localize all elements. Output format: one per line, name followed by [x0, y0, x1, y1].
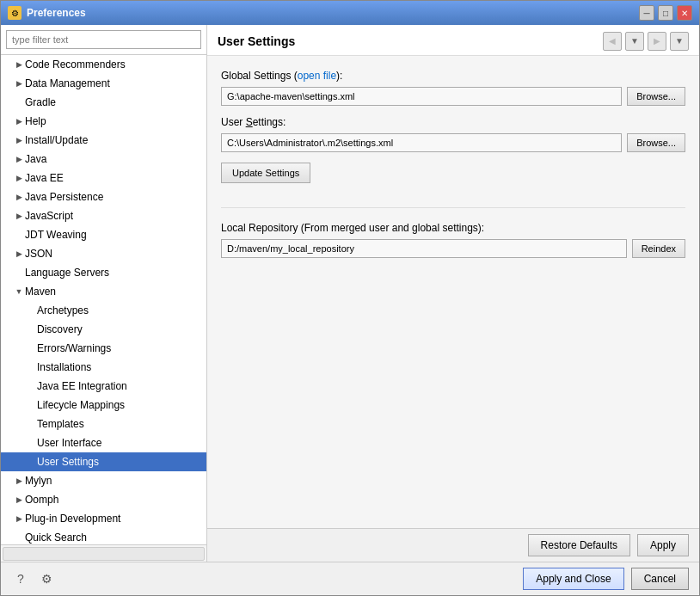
tree-item-label: User Interface — [37, 435, 101, 451]
expand-icon: ▶ — [15, 492, 23, 507]
forward-dropdown-button[interactable]: ▼ — [670, 32, 689, 51]
expand-icon: ▶ — [15, 208, 23, 224]
minimize-button[interactable]: ─ — [639, 5, 654, 21]
tree-item-errors-warnings[interactable]: Errors/Warnings — [1, 339, 206, 358]
expand-icon: ▶ — [15, 170, 23, 186]
filter-input[interactable] — [6, 30, 201, 49]
maximize-button[interactable]: □ — [658, 5, 673, 21]
tree-item-label: Code Recommenders — [25, 57, 126, 72]
content-area: Global Settings (open file): Browse... U… — [207, 56, 699, 528]
tree-item-mylyn[interactable]: ▶ Mylyn — [1, 471, 206, 490]
footer-left: ? ⚙ — [11, 569, 56, 588]
tree-item-label: Language Servers — [25, 265, 109, 280]
tree-item-quick-search[interactable]: Quick Search — [1, 528, 206, 544]
content-title: User Settings — [218, 34, 295, 48]
tree-item-templates[interactable]: Templates — [1, 415, 206, 433]
action-bar: Restore Defaults Apply — [207, 528, 699, 562]
tree-item-discovery[interactable]: Discovery — [1, 320, 206, 339]
expand-icon: ▶ — [15, 151, 23, 167]
tree-item-maven[interactable]: ▼ Maven — [1, 282, 206, 301]
tree-item-label: Install/Update — [25, 132, 88, 148]
window-icon: ⚙ — [8, 6, 21, 20]
close-button[interactable]: ✕ — [677, 5, 692, 21]
tree-item-label: JavaScript — [25, 208, 73, 224]
tree-item-plug-in-development[interactable]: ▶ Plug-in Development — [1, 509, 206, 528]
tree-item-jdt-weaving[interactable]: JDT Weaving — [1, 225, 206, 244]
expand-icon: ▼ — [15, 284, 23, 299]
expand-icon: ▶ — [15, 246, 23, 261]
tree-item-installations[interactable]: Installations — [1, 358, 206, 377]
apply-button[interactable]: Apply — [637, 534, 689, 556]
tree-item-java[interactable]: ▶ Java — [1, 150, 206, 169]
reindex-button[interactable]: Reindex — [632, 239, 685, 258]
tree-item-label: Lifecycle Mappings — [37, 397, 125, 413]
horizontal-scrollbar[interactable] — [3, 547, 205, 561]
tree-item-java-persistence[interactable]: ▶ Java Persistence — [1, 187, 206, 206]
tree-item-label: Java EE Integration — [37, 378, 127, 394]
expand-icon: ▶ — [15, 132, 23, 148]
apply-close-button[interactable]: Apply and Close — [523, 568, 623, 590]
update-settings-button[interactable]: Update Settings — [221, 163, 310, 183]
user-settings-label: User Settings: — [221, 116, 685, 128]
tree-item-label: Quick Search — [25, 530, 87, 544]
tree-item-label: JSON — [25, 246, 52, 261]
global-browse-button[interactable]: Browse... — [627, 87, 685, 106]
tree-item-java-ee[interactable]: ▶ Java EE — [1, 169, 206, 187]
tree-item-javascript[interactable]: ▶ JavaScript — [1, 206, 206, 225]
tree-item-code-recommenders[interactable]: ▶ Code Recommenders — [1, 55, 206, 74]
user-browse-button[interactable]: Browse... — [627, 133, 685, 152]
global-settings-input[interactable] — [221, 87, 622, 106]
help-button[interactable]: ? — [11, 569, 30, 588]
tree-item-archetypes[interactable]: Archetypes — [1, 301, 206, 320]
separator — [221, 207, 685, 208]
restore-defaults-button[interactable]: Restore Defaults — [528, 534, 630, 556]
main-content: ▶ Code Recommenders ▶ Data Management Gr… — [1, 25, 699, 562]
expand-icon: ▶ — [15, 76, 23, 91]
user-settings-input[interactable] — [221, 133, 622, 152]
local-repo-input[interactable] — [221, 239, 627, 258]
expand-icon: ▶ — [15, 57, 23, 72]
back-dropdown-button[interactable]: ▼ — [625, 32, 644, 51]
tree-item-gradle[interactable]: Gradle — [1, 93, 206, 112]
right-panel: User Settings ◀ ▼ ▶ ▼ Global Settings (o… — [207, 25, 699, 562]
open-file-link[interactable]: open file — [298, 70, 336, 82]
tree-item-label: Archetypes — [37, 303, 89, 318]
back-button[interactable]: ◀ — [603, 32, 622, 51]
tree-item-label: Installations — [37, 359, 91, 375]
tree-item-json[interactable]: ▶ JSON — [1, 244, 206, 263]
tree-item-label: Java Persistence — [25, 189, 103, 205]
tree-item-java-ee-integration[interactable]: Java EE Integration — [1, 377, 206, 396]
tree-item-help[interactable]: ▶ Help — [1, 112, 206, 131]
tree-area[interactable]: ▶ Code Recommenders ▶ Data Management Gr… — [1, 55, 206, 544]
global-settings-label: Global Settings (open file): — [221, 70, 685, 82]
tree-item-label: Templates — [37, 416, 84, 432]
tree-item-label: Data Management — [25, 76, 110, 91]
tree-item-label: Errors/Warnings — [37, 341, 111, 356]
tree-item-label: User Settings — [37, 454, 99, 470]
title-bar: ⚙ Preferences ─ □ ✕ — [1, 1, 699, 25]
tree-item-label: Plug-in Development — [25, 511, 120, 526]
expand-icon: ▶ — [15, 511, 23, 526]
tree-item-label: Java EE — [25, 170, 64, 186]
tree-item-label: Discovery — [37, 322, 83, 337]
tree-item-user-interface[interactable]: User Interface — [1, 433, 206, 452]
tree-item-data-management[interactable]: ▶ Data Management — [1, 74, 206, 93]
tree-item-label: Help — [25, 114, 46, 129]
forward-button[interactable]: ▶ — [648, 32, 666, 51]
expand-icon: ▶ — [15, 473, 23, 488]
tree-item-user-settings[interactable]: User Settings — [1, 452, 206, 471]
tree-item-label: Maven — [25, 284, 56, 299]
tree-item-oomph[interactable]: ▶ Oomph — [1, 490, 206, 509]
cancel-button[interactable]: Cancel — [631, 568, 689, 590]
tree-item-language-servers[interactable]: Language Servers — [1, 263, 206, 282]
window-title: Preferences — [27, 7, 634, 19]
footer-bar: ? ⚙ Apply and Close Cancel — [1, 562, 699, 595]
settings-icon-button[interactable]: ⚙ — [37, 569, 56, 588]
tree-item-lifecycle-mappings[interactable]: Lifecycle Mappings — [1, 396, 206, 415]
user-settings-row: Browse... — [221, 133, 685, 152]
footer-right: Apply and Close Cancel — [523, 568, 689, 590]
global-settings-row: Browse... — [221, 87, 685, 106]
local-repo-label-text: Local Repository (From merged user and g… — [221, 222, 484, 234]
tree-item-label: Gradle — [25, 95, 56, 110]
tree-item-install-update[interactable]: ▶ Install/Update — [1, 131, 206, 150]
